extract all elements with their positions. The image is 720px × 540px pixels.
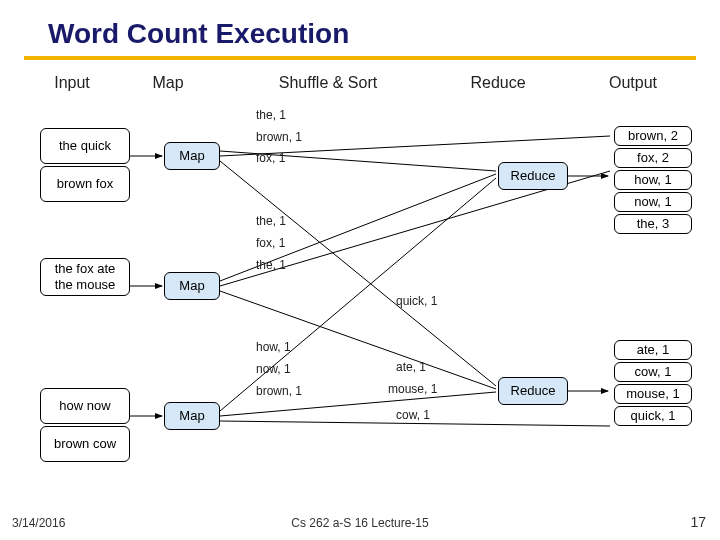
header-shuffle: Shuffle & Sort: [228, 74, 428, 92]
out-how-1: how, 1: [614, 170, 692, 190]
kv-quick-1: quick, 1: [396, 294, 437, 308]
out-fox-2: fox, 2: [614, 148, 692, 168]
kv-brown-1b: brown, 1: [256, 384, 302, 398]
kv-ate-1: ate, 1: [396, 360, 426, 374]
out-the-3: the, 3: [614, 214, 692, 234]
input-box-3b: brown cow: [40, 426, 130, 462]
out-cow-1: cow, 1: [614, 362, 692, 382]
title-underline: [24, 56, 696, 60]
kv-fox-1: fox, 1: [256, 151, 285, 165]
svg-line-9: [220, 178, 496, 411]
header-output: Output: [568, 74, 698, 92]
kv-the-1b: the, 1: [256, 214, 286, 228]
reduce-box-2: Reduce: [498, 377, 568, 405]
kv-the-1c: the, 1: [256, 258, 286, 272]
map-box-1: Map: [164, 142, 220, 170]
input-box-1b: brown fox: [40, 166, 130, 202]
map-box-2: Map: [164, 272, 220, 300]
header-map: Map: [108, 74, 228, 92]
footer-center: Cs 262 a-S 16 Lecture-15: [0, 516, 720, 530]
kv-brown-1: brown, 1: [256, 130, 302, 144]
input-box-3a: how now: [40, 388, 130, 424]
page-title: Word Count Execution: [0, 0, 720, 56]
kv-now-1: now, 1: [256, 362, 291, 376]
kv-fox-1b: fox, 1: [256, 236, 285, 250]
diagram: the quick brown fox the fox atethe mouse…: [0, 96, 720, 486]
footer-page: 17: [690, 514, 706, 530]
reduce-box-1: Reduce: [498, 162, 568, 190]
header-reduce: Reduce: [428, 74, 568, 92]
kv-the-1: the, 1: [256, 108, 286, 122]
header-input: Input: [0, 74, 108, 92]
input-box-2a: the fox atethe mouse: [40, 258, 130, 296]
input-box-1a: the quick: [40, 128, 130, 164]
out-quick-1: quick, 1: [614, 406, 692, 426]
input-text: the fox atethe mouse: [55, 261, 116, 292]
out-mouse-1: mouse, 1: [614, 384, 692, 404]
out-ate-1: ate, 1: [614, 340, 692, 360]
out-brown-2: brown, 2: [614, 126, 692, 146]
out-now-1: now, 1: [614, 192, 692, 212]
kv-mouse-1: mouse, 1: [388, 382, 437, 396]
kv-how-1: how, 1: [256, 340, 291, 354]
map-box-3: Map: [164, 402, 220, 430]
kv-cow-1: cow, 1: [396, 408, 430, 422]
